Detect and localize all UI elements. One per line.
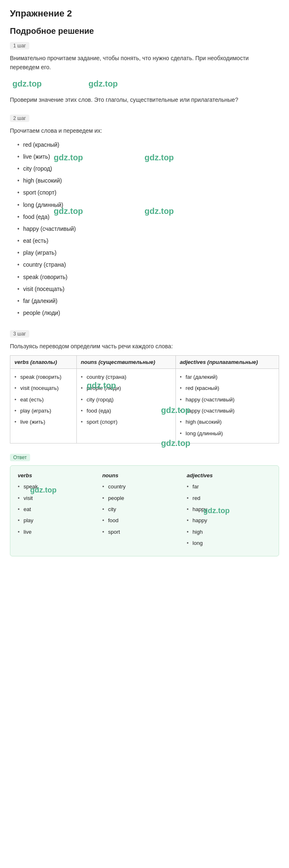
word-list-item: visit (посещать) [17, 284, 279, 294]
answer-list-item: happy [187, 516, 271, 525]
answer-section: Ответ verbs gdz.top speakvisiteatplayliv… [10, 453, 279, 556]
word-list-item: city (город) [17, 164, 279, 174]
answer-list-item: high [187, 527, 271, 537]
watermark-4: gdz.top [144, 153, 174, 162]
step3-section: 3 шаг Пользуясь переводом определим част… [10, 330, 279, 443]
step1-section: 1 шаг Внимательно прочитаем задание, что… [10, 42, 279, 104]
word-list-item: country (страна) [17, 260, 279, 270]
watermark-6: gdz.top [144, 206, 174, 216]
answer-col-verbs: verbs gdz.top speakvisiteatplaylive [18, 472, 102, 549]
watermark-7: gdz.top [87, 381, 116, 390]
step1-text2: Проверим значение этих слов. Это глаголы… [10, 95, 279, 104]
table-list-item: sport (спорт) [81, 417, 171, 427]
answer-badge: Ответ [10, 454, 30, 461]
step3-text: Пользуясь переводом определим часть речи… [10, 342, 279, 351]
word-list-item: far (далекий) [17, 296, 279, 306]
table-list-item: speak (говорить) [14, 372, 72, 382]
answer-list-item: food [102, 516, 187, 525]
step1-text1: Внимательно прочитаем задание, чтобы пон… [10, 54, 279, 72]
word-list-item: speak (говорить) [17, 272, 279, 282]
word-list-item: happy (счастливый) [17, 224, 279, 234]
word-list-item: play (играть) [17, 248, 279, 258]
watermark-2: gdz.top [88, 77, 118, 90]
answer-verbs-header: verbs [18, 472, 102, 479]
word-list-item: sport (спорт) [17, 188, 279, 198]
page-title: Упражнение 2 [10, 8, 279, 19]
word-list-item: high (высокий) [17, 176, 279, 186]
step3-badge: 3 шаг [10, 330, 29, 338]
table-header-nouns: nouns (существительные) [76, 355, 175, 368]
watermark-answer: gdz.top [30, 486, 57, 494]
watermark-5: gdz.top [54, 206, 83, 216]
table-header-adjectives: adjectives (прилагательные) [175, 355, 279, 368]
word-list: red (красный)live (жить)city (город)high… [10, 140, 279, 320]
step2-section: 2 шаг Прочитаем слова и переведем их: gd… [10, 114, 279, 320]
answer-list-item: people [102, 493, 187, 503]
answer-columns: verbs gdz.top speakvisiteatplaylive noun… [18, 472, 271, 549]
step3-table: verbs (глаголы) nouns (существительные) … [10, 355, 279, 443]
answer-list-item: red [187, 493, 271, 503]
table-list-item: high (высокий) [180, 417, 275, 427]
table-list-item: happy (счастливый) [180, 395, 275, 404]
watermark-3: gdz.top [54, 153, 83, 162]
word-list-item: people (люди) [17, 308, 279, 318]
answer-list-item: live [18, 527, 102, 537]
answer-list-item: country [102, 482, 187, 491]
answer-list-item: sport [102, 527, 187, 537]
step2-text: Прочитаем слова и переведем их: [10, 126, 279, 135]
page-subtitle: Подробное решение [10, 26, 279, 36]
word-list-item: eat (есть) [17, 236, 279, 246]
table-list-item: visit (посещать) [14, 383, 72, 393]
table-list-item: happy (счастливый) [180, 406, 275, 415]
watermark-answer-2: gdz.top [203, 507, 230, 515]
step1-badge: 1 шаг [10, 42, 29, 49]
table-list-item: eat (есть) [14, 395, 72, 404]
watermark-9: gdz.top [161, 439, 190, 448]
table-header-verbs: verbs (глаголы) [10, 355, 77, 368]
table-list-item: long (длинный) [180, 429, 275, 438]
table-list-item: food (еда) [81, 406, 171, 415]
table-list-item: live (жить) [14, 417, 72, 427]
answer-col-nouns: nouns countrypeoplecityfoodsport [102, 472, 187, 549]
watermark-1: gdz.top [12, 77, 42, 90]
answer-list-item: long [187, 538, 271, 548]
table-cell-verbs: speak (говорить)visit (посещать)eat (ест… [10, 368, 77, 443]
table-list-item: far (далекий) [180, 372, 275, 382]
answer-col-adjectives: adjectives gdz.top farredhappyhappyhighl… [187, 472, 271, 549]
table-list-item: city (город) [81, 395, 171, 404]
table-list-item: red (красный) [180, 383, 275, 393]
step2-badge: 2 шаг [10, 115, 29, 122]
answer-list-item: far [187, 482, 271, 491]
answer-adj-header: adjectives [187, 472, 271, 479]
answer-box: verbs gdz.top speakvisiteatplaylive noun… [10, 465, 279, 556]
answer-nouns-header: nouns [102, 472, 187, 479]
step1-watermarks: gdz.top gdz.top [10, 76, 279, 91]
watermark-8: gdz.top [161, 406, 190, 415]
answer-list-item: city [102, 504, 187, 514]
word-list-item: red (красный) [17, 140, 279, 150]
answer-list-item: eat [18, 504, 102, 514]
table-list-item: play (играть) [14, 406, 72, 415]
answer-list-item: play [18, 516, 102, 525]
